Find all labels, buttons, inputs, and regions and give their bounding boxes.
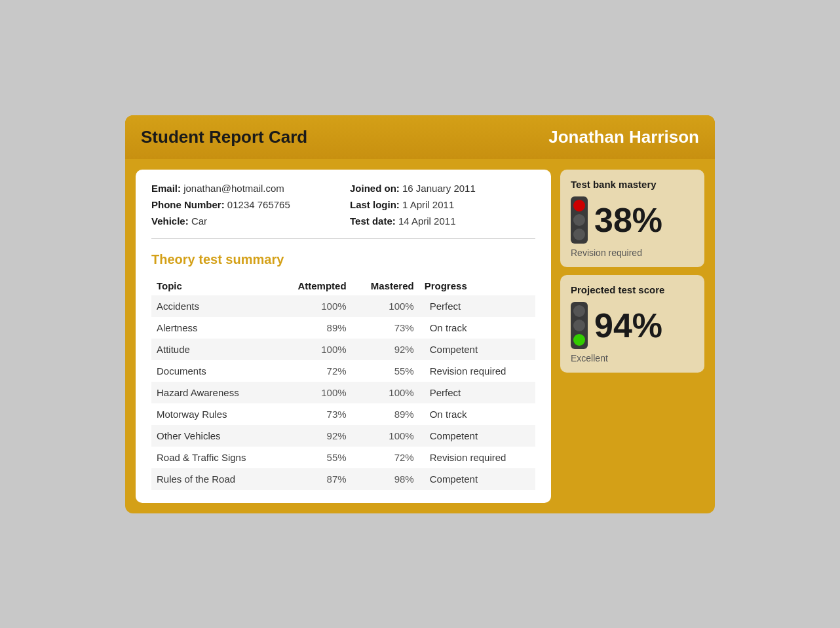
cell-mastered: 89%: [352, 403, 419, 425]
student-name: Jonathan Harrison: [548, 127, 699, 147]
card-body: Email: jonathan@hotmail.com Joined on: 1…: [125, 159, 715, 513]
projected-score: 94%: [594, 308, 662, 342]
cell-progress: Competent: [419, 425, 535, 447]
col-topic: Topic: [151, 276, 277, 295]
test-date-label: Test date:: [350, 215, 396, 227]
mastery-label: Revision required: [571, 248, 694, 258]
theory-table: Topic Attempted Mastered Progress Accide…: [151, 276, 535, 490]
cell-progress: On track: [419, 317, 535, 339]
projected-light-yellow: [573, 320, 585, 331]
last-login-field: Last login: 1 April 2011: [350, 199, 535, 210]
cell-progress: Competent: [419, 339, 535, 360]
table-row: Motorway Rules 73% 89% On track: [151, 403, 535, 425]
cell-progress: Revision required: [419, 447, 535, 468]
joined-label: Joined on:: [350, 183, 400, 194]
cell-mastered: 92%: [352, 339, 419, 360]
cell-topic: Alertness: [151, 317, 277, 339]
vehicle-label: Vehicle:: [151, 215, 189, 227]
main-section: Email: jonathan@hotmail.com Joined on: 1…: [136, 170, 551, 503]
mastery-light-green: [573, 229, 585, 240]
side-section: Test bank mastery 38% Revision required …: [560, 170, 704, 503]
cell-attempted: 55%: [277, 447, 352, 468]
report-card: Student Report Card Jonathan Harrison Em…: [125, 115, 715, 513]
projected-score-box: Projected test score 94% Excellent: [560, 275, 704, 373]
table-row: Rules of the Road 87% 98% Competent: [151, 468, 535, 490]
phone-value: 01234 765765: [227, 199, 290, 210]
last-login-label: Last login:: [350, 199, 400, 210]
email-value: jonathan@hotmail.com: [183, 183, 284, 194]
projected-score-title: Projected test score: [571, 284, 694, 295]
cell-progress: Perfect: [419, 295, 535, 317]
table-row: Accidents 100% 100% Perfect: [151, 295, 535, 317]
table-header-row: Topic Attempted Mastered Progress: [151, 276, 535, 295]
test-bank-mastery-title: Test bank mastery: [571, 179, 694, 190]
theory-summary-title: Theory test summary: [151, 252, 535, 267]
cell-attempted: 72%: [277, 360, 352, 382]
last-login-value: 1 April 2011: [402, 199, 454, 210]
col-attempted: Attempted: [277, 276, 352, 295]
cell-mastered: 100%: [352, 295, 419, 317]
cell-progress: On track: [419, 403, 535, 425]
col-mastered: Mastered: [352, 276, 419, 295]
projected-label: Excellent: [571, 353, 694, 363]
email-label: Email:: [151, 183, 181, 194]
mastery-score: 38%: [594, 203, 662, 237]
test-bank-mastery-box: Test bank mastery 38% Revision required: [560, 170, 704, 267]
cell-mastered: 100%: [352, 425, 419, 447]
cell-topic: Accidents: [151, 295, 277, 317]
test-date-field: Test date: 14 April 2011: [350, 215, 535, 227]
vehicle-value: Car: [191, 215, 207, 227]
cell-attempted: 87%: [277, 468, 352, 490]
table-row: Attitude 100% 92% Competent: [151, 339, 535, 360]
table-row: Road & Traffic Signs 55% 72% Revision re…: [151, 447, 535, 468]
mastery-light-red: [573, 200, 585, 212]
phone-label: Phone Number:: [151, 199, 225, 210]
table-row: Other Vehicles 92% 100% Competent: [151, 425, 535, 447]
projected-traffic-light: [571, 302, 588, 349]
cell-mastered: 72%: [352, 447, 419, 468]
phone-field: Phone Number: 01234 765765: [151, 199, 337, 210]
joined-field: Joined on: 16 January 2011: [350, 183, 535, 194]
cell-attempted: 89%: [277, 317, 352, 339]
cell-topic: Attitude: [151, 339, 277, 360]
cell-mastered: 55%: [352, 360, 419, 382]
cell-attempted: 100%: [277, 295, 352, 317]
card-header: Student Report Card Jonathan Harrison: [125, 115, 715, 159]
cell-attempted: 92%: [277, 425, 352, 447]
vehicle-field: Vehicle: Car: [151, 215, 337, 227]
cell-topic: Other Vehicles: [151, 425, 277, 447]
cell-mastered: 100%: [352, 382, 419, 403]
cell-topic: Hazard Awareness: [151, 382, 277, 403]
cell-attempted: 100%: [277, 382, 352, 403]
table-row: Documents 72% 55% Revision required: [151, 360, 535, 382]
cell-mastered: 98%: [352, 468, 419, 490]
cell-topic: Rules of the Road: [151, 468, 277, 490]
student-info: Email: jonathan@hotmail.com Joined on: 1…: [151, 183, 535, 239]
projected-light-red: [573, 305, 585, 317]
cell-topic: Road & Traffic Signs: [151, 447, 277, 468]
cell-topic: Motorway Rules: [151, 403, 277, 425]
table-row: Alertness 89% 73% On track: [151, 317, 535, 339]
page-title: Student Report Card: [141, 127, 307, 147]
email-field: Email: jonathan@hotmail.com: [151, 183, 337, 194]
cell-attempted: 100%: [277, 339, 352, 360]
col-progress: Progress: [419, 276, 535, 295]
cell-progress: Revision required: [419, 360, 535, 382]
table-row: Hazard Awareness 100% 100% Perfect: [151, 382, 535, 403]
joined-value: 16 January 2011: [402, 183, 476, 194]
projected-score-display: 94%: [571, 302, 694, 349]
mastery-light-yellow: [573, 214, 585, 226]
cell-topic: Documents: [151, 360, 277, 382]
projected-light-green: [573, 334, 585, 346]
cell-progress: Perfect: [419, 382, 535, 403]
mastery-score-display: 38%: [571, 196, 694, 244]
cell-mastered: 73%: [352, 317, 419, 339]
mastery-traffic-light: [571, 196, 588, 244]
cell-progress: Competent: [419, 468, 535, 490]
test-date-value: 14 April 2011: [398, 215, 456, 227]
cell-attempted: 73%: [277, 403, 352, 425]
